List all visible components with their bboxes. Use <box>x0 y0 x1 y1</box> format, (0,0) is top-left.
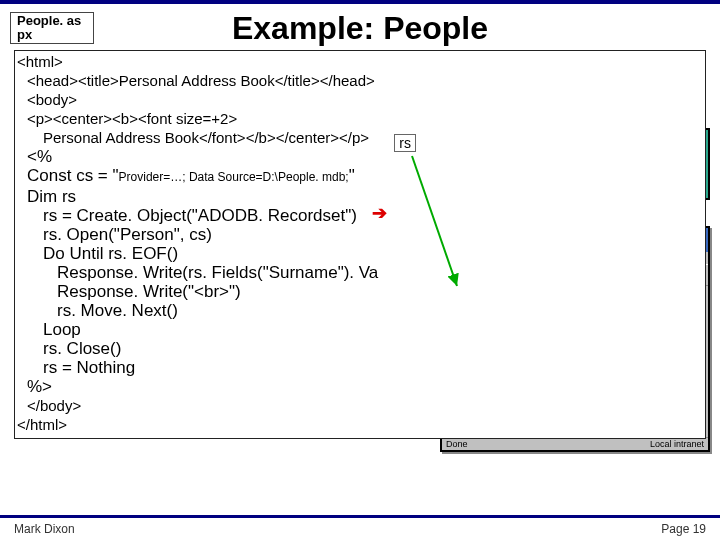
code-line: <% <box>17 147 701 166</box>
status-right: Local intranet <box>650 439 704 449</box>
code-line: %> <box>17 377 701 396</box>
code-line: rs. Close() <box>17 339 701 358</box>
code-frag: Provider=…; Data Source=D:\People. mdb; <box>119 170 349 184</box>
code-line: <p><center><b><font size=+2> <box>17 109 701 128</box>
code-line: </html> <box>17 415 701 434</box>
file-tab: People. as px <box>10 12 94 44</box>
code-line: rs = Create. Object("ADODB. Recordset") <box>17 206 701 225</box>
status-left: Done <box>446 439 468 449</box>
code-line: <html> <box>17 52 701 71</box>
code-line: rs. Move. Next() <box>17 301 701 320</box>
code-line: Do Until rs. EOF() <box>17 244 701 263</box>
code-line: Response. Write("<br>") <box>17 282 701 301</box>
footer-author: Mark Dixon <box>14 522 75 536</box>
code-line: <head><title>Personal Address Book</titl… <box>17 71 701 90</box>
code-line: Const cs = "Provider=…; Data Source=D:\P… <box>17 166 701 187</box>
code-line: Personal Address Book</font></b></center… <box>17 128 701 147</box>
code-line: <body> <box>17 90 701 109</box>
rs-badge: rs <box>394 134 416 152</box>
code-line: Dim rs <box>17 187 701 206</box>
code-frag: " <box>349 166 355 185</box>
code-line: rs. Open("Person", cs) <box>17 225 701 244</box>
arrow-red-icon: ➔ <box>372 202 387 224</box>
slide-title: Example: People <box>14 8 706 47</box>
footer-page: Page 19 <box>661 522 706 536</box>
arrow-green-icon <box>402 156 462 300</box>
code-line: rs = Nothing <box>17 358 701 377</box>
code-listing: <html> <head><title>Personal Address Boo… <box>14 50 706 439</box>
code-line: Response. Write(rs. Fields("Surname"). V… <box>17 263 701 282</box>
code-frag: Const cs = " <box>27 166 119 185</box>
bottom-rule <box>0 515 720 518</box>
code-line: </body> <box>17 396 701 415</box>
code-line: Loop <box>17 320 701 339</box>
